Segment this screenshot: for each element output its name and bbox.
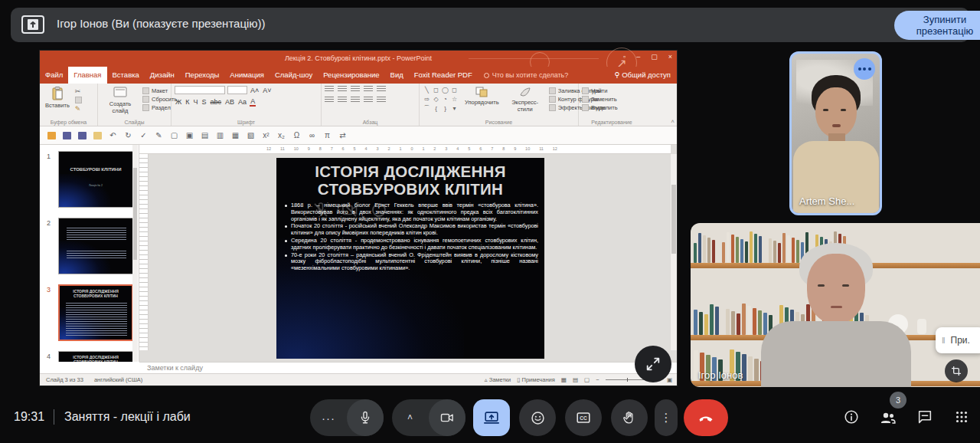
qat-icon[interactable]: ▢: [170, 131, 178, 139]
numbered-list-icon[interactable]: [338, 86, 347, 93]
language-indicator[interactable]: английский (США): [94, 374, 142, 386]
participants-button[interactable]: [870, 409, 906, 427]
slide-canvas[interactable]: ІСТОРІЯ ДОСЛІДЖЕННЯ СТОВБУРОВИХ КЛІТИН 1…: [276, 158, 544, 359]
qat-icon[interactable]: ✎: [155, 131, 163, 139]
ribbon-tab[interactable]: Слайд-шоу: [270, 67, 318, 84]
editing-button[interactable]: Заменить: [582, 96, 642, 103]
captions-button[interactable]: CC: [565, 399, 602, 436]
collapse-ribbon-icon[interactable]: ˄: [671, 118, 675, 125]
format-painter-icon[interactable]: ✎: [75, 105, 82, 113]
pin-popup[interactable]: ‖При.: [936, 327, 980, 353]
slide-thumbnail-2[interactable]: [58, 218, 133, 274]
mic-button[interactable]: [347, 399, 384, 436]
ribbon-tab[interactable]: Файл: [40, 67, 68, 84]
qat-icon[interactable]: ▧: [247, 131, 255, 139]
columns-icon[interactable]: [377, 97, 386, 103]
tell-me-search[interactable]: Что вы хотите сделать?: [478, 67, 575, 84]
font-extra-button[interactable]: Aa: [237, 98, 247, 106]
qat-icon[interactable]: ▥: [216, 131, 224, 139]
zoom-out-icon[interactable]: −: [596, 374, 599, 386]
expand-presentation-button[interactable]: [635, 346, 671, 382]
crop-video-button[interactable]: [945, 359, 968, 382]
info-button[interactable]: [833, 409, 870, 427]
qat-icon[interactable]: ▤: [201, 131, 209, 139]
present-now-button-active[interactable]: [473, 399, 510, 436]
ribbon-tab[interactable]: Вставка: [107, 67, 145, 84]
bullet-list-icon[interactable]: [325, 86, 334, 93]
font-name-select[interactable]: [175, 86, 225, 94]
comments-toggle[interactable]: ▯ Примечания: [517, 374, 555, 386]
video-tile-igor[interactable]: Ігор Іонов ‖При.: [691, 223, 980, 387]
qat-icon[interactable]: x₂: [277, 131, 286, 139]
editing-button[interactable]: Выделить: [582, 104, 642, 111]
font-size-select[interactable]: [227, 86, 247, 94]
qat-icon[interactable]: x²: [262, 131, 270, 139]
font-extra-button[interactable]: АВ: [224, 98, 235, 106]
indent-increase-icon[interactable]: [364, 86, 373, 93]
ribbon-tab[interactable]: Анимация: [224, 67, 270, 84]
font-style-button[interactable]: К: [185, 98, 190, 106]
qat-icon[interactable]: ▣: [185, 131, 194, 139]
end-call-button[interactable]: [684, 399, 728, 436]
qat-icon[interactable]: Ω: [292, 131, 301, 139]
qat-icon[interactable]: [63, 132, 71, 139]
slide-thumbnail-1[interactable]: СТОВБУРОВІ КЛІТИНИ Лекція № 2: [58, 151, 133, 208]
ppt-titlebar[interactable]: ↗ Лекція 2. Стовбурові клітини.pptx - Po…: [40, 51, 677, 67]
shrink-font-icon[interactable]: A˅: [262, 87, 272, 94]
raise-hand-button[interactable]: [611, 399, 648, 436]
qat-icon[interactable]: π: [323, 131, 332, 139]
font-style-button[interactable]: Ч: [193, 98, 199, 106]
qat-icon[interactable]: ▦: [231, 131, 240, 139]
notes-pane[interactable]: Заметки к слайду: [139, 362, 677, 373]
restore-button[interactable]: ▢: [651, 53, 658, 61]
ribbon-tab[interactable]: Главная: [68, 67, 106, 84]
qat-icon[interactable]: [78, 132, 87, 139]
qat-icon[interactable]: ✓: [139, 131, 148, 139]
activities-button[interactable]: [943, 409, 980, 427]
qat-icon[interactable]: ↶: [109, 131, 117, 139]
stop-presenting-button[interactable]: Зупинити презентацію: [894, 11, 980, 40]
align-left-icon[interactable]: [325, 97, 334, 103]
mic-button-group[interactable]: ···: [310, 399, 384, 436]
font-extra-button[interactable]: А: [250, 97, 256, 107]
thumbnail-scrollbar[interactable]: [132, 145, 138, 362]
minimize-button[interactable]: –: [636, 53, 640, 61]
quick-styles-button[interactable]: Экспресс-стили: [505, 86, 545, 113]
qat-icon[interactable]: ∞: [308, 131, 316, 139]
share-button[interactable]: ⚲ Общий доступ: [615, 67, 671, 84]
copy-icon[interactable]: [75, 97, 82, 103]
mic-options-icon[interactable]: ···: [310, 412, 347, 425]
ribbon-tab[interactable]: Переходы: [180, 67, 225, 84]
grow-font-icon[interactable]: A˄: [250, 87, 260, 94]
new-slide-button[interactable]: Создать слайд: [101, 86, 139, 115]
qat-icon[interactable]: ↻: [124, 131, 132, 139]
reactions-button[interactable]: [519, 399, 556, 436]
camera-button-group[interactable]: ˄: [392, 399, 466, 436]
ribbon-tab[interactable]: Foxit Reader PDF: [409, 67, 478, 84]
indent-decrease-icon[interactable]: [351, 86, 360, 93]
shapes-gallery[interactable]: ╲◻◯◻ ⇨◇◔☆ ⌒{}▾: [423, 86, 459, 113]
qat-icon[interactable]: ⇄: [338, 131, 347, 139]
slide-thumbnail-4[interactable]: ІСТОРІЯ ДОСЛІДЖЕННЯ СТОВБУРОВИХ КЛІТИН: [58, 351, 133, 362]
notes-toggle[interactable]: ▵ Заметки: [485, 374, 511, 386]
camera-button[interactable]: [429, 399, 466, 436]
ribbon-tab[interactable]: Вид: [385, 67, 409, 84]
ribbon-tab[interactable]: Дизайн: [145, 67, 180, 84]
justify-icon[interactable]: [364, 97, 373, 103]
paste-button[interactable]: Вставить: [43, 86, 72, 113]
more-options-button[interactable]: ⋮: [655, 399, 678, 436]
view-reading-icon[interactable]: ▢: [584, 374, 590, 386]
ribbon-options-icon[interactable]: ▫: [623, 53, 626, 61]
ribbon-tab[interactable]: Рецензирование: [318, 67, 384, 84]
editing-button[interactable]: Найти: [582, 87, 642, 94]
camera-options-icon[interactable]: ˄: [392, 412, 429, 423]
close-button[interactable]: ×: [668, 53, 672, 61]
view-normal-icon[interactable]: ▦: [561, 374, 567, 386]
line-spacing-icon[interactable]: [377, 86, 386, 93]
font-style-button[interactable]: Ж: [175, 98, 182, 106]
chat-button[interactable]: [906, 409, 943, 427]
arrange-button[interactable]: Упорядочить: [462, 86, 501, 113]
video-tile-artem[interactable]: Artem She...: [789, 51, 882, 215]
qat-icon[interactable]: [93, 132, 102, 139]
slide-thumbnail-3-selected[interactable]: ІСТОРІЯ ДОСЛІДЖЕННЯ СТОВБУРОВИХ КЛІТИН: [58, 284, 133, 341]
